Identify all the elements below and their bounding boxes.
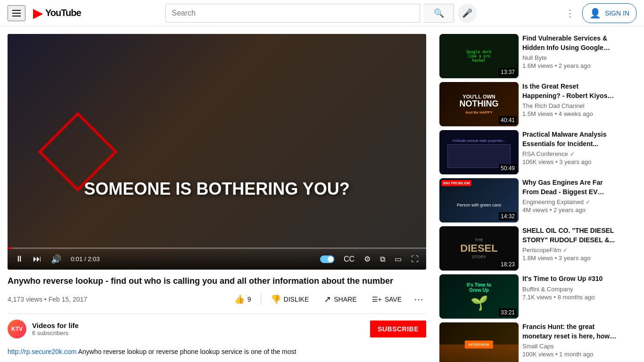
video-title: Anywho reverse lookup - find out who is … — [8, 275, 426, 287]
youtube-logo-text: YouTube — [45, 8, 81, 18]
like-button[interactable]: 👍 9 — [229, 291, 257, 307]
captions-button[interactable]: CC — [342, 253, 356, 265]
sidebar-channel: RSA Conference✓ — [522, 150, 617, 157]
channel-avatar[interactable]: KTV — [8, 320, 26, 338]
sidebar-meta: 7.1K views • 8 months ago — [522, 294, 617, 301]
settings-button[interactable]: ⚙ — [362, 253, 372, 265]
sidebar-item[interactable]: Google dorklike a prohacker 13:37 Find V… — [439, 34, 617, 78]
video-duration: 33:21 — [499, 308, 517, 317]
sidebar-item[interactable]: INTERVIEW Francis Hunt: the great moneta… — [439, 322, 617, 362]
video-controls: ⏸ ⏭ 🔊 0:01 / 2:03 CC ⚙ ⧉ ▭ ⛶ — [8, 249, 426, 270]
verified-icon: ✓ — [563, 247, 568, 254]
verified-icon: ✓ — [570, 151, 575, 157]
share-button[interactable]: ↗ SHARE — [318, 291, 362, 307]
sidebar-thumbnail: THE DIESEL STORY 18:23 — [439, 226, 519, 271]
autoplay-switch[interactable] — [320, 255, 334, 263]
person-icon: 👤 — [589, 8, 601, 19]
sidebar-title: Find Vulnerable Services & Hidden Info U… — [522, 34, 617, 52]
miniplayer-button[interactable]: ⧉ — [378, 253, 387, 265]
sidebar-info: Francis Hunt: the great monetary reset i… — [522, 322, 617, 362]
sign-in-button[interactable]: 👤 SIGN IN — [582, 3, 636, 23]
header: ▶ YouTube 🔍 🎤 ⋮ 👤 SIGN IN — [0, 0, 644, 26]
description-text: Anywho reverse lookup or reverse phone l… — [78, 348, 296, 355]
youtube-logo[interactable]: ▶ YouTube — [33, 5, 81, 21]
search-button[interactable]: 🔍 — [424, 4, 454, 23]
video-description: http://rp.secure20k.com Anywho reverse l… — [8, 344, 426, 359]
video-section: SOMEONE IS BOTHERING YOU? ⏸ ⏭ 🔊 0:01 / 2… — [0, 26, 434, 362]
sidebar-thumbnail: INTERVIEW — [439, 322, 519, 362]
channel-left: KTV Videos for life 6 subscribers — [8, 320, 79, 338]
sidebar-info: SHELL OIL CO. "THE DIESEL STORY" RUDOLF … — [522, 226, 617, 271]
dislike-button[interactable]: 👎 DISLIKE — [265, 291, 315, 307]
play-pause-button[interactable]: ⏸ — [13, 252, 25, 266]
save-icon: ☰+ — [372, 296, 382, 303]
sidebar-info: Is the Great Reset Happening? - Robert K… — [522, 82, 617, 126]
like-count: 9 — [248, 296, 251, 303]
video-player[interactable]: SOMEONE IS BOTHERING YOU? ⏸ ⏭ 🔊 0:01 / 2… — [8, 34, 426, 270]
theater-button[interactable]: ▭ — [393, 253, 404, 265]
sidebar-channel: The Rich Dad Channel — [522, 102, 617, 109]
sidebar-item[interactable]: BIG PROBLEM Person with green cans 14:32… — [439, 178, 617, 222]
sidebar-info: Find Vulnerable Services & Hidden Info U… — [522, 34, 617, 78]
sidebar-channel: Buffini & Company — [522, 286, 617, 293]
more-options-button[interactable]: ⋮ — [561, 4, 578, 23]
sidebar-item[interactable]: YOU'LL OWNNOTHINGAnd Be HAPPY 40:41 Is t… — [439, 82, 617, 126]
toggle-knob — [328, 256, 333, 262]
sidebar-thumbnail: PoStudio extracts static properties... 5… — [439, 130, 519, 174]
video-duration: 50:49 — [499, 164, 517, 173]
channel-name[interactable]: Videos for life — [32, 321, 79, 329]
sign-in-label: SIGN IN — [605, 9, 629, 17]
sidebar-item[interactable]: PoStudio extracts static properties... 5… — [439, 130, 617, 174]
sidebar-title: SHELL OIL CO. "THE DIESEL STORY" RUDOLF … — [522, 226, 617, 245]
description-link[interactable]: http://rp.secure20k.com — [8, 348, 76, 355]
video-meta: 4,173 views • Feb 15, 2017 👍 9 👎 DISLIKE — [8, 291, 426, 308]
like-dislike-divider — [261, 294, 261, 305]
channel-info: KTV Videos for life 6 subscribers SUBSCR… — [8, 313, 426, 344]
fullscreen-button[interactable]: ⛶ — [409, 253, 421, 265]
share-icon: ↗ — [324, 294, 331, 304]
mic-icon: 🎤 — [462, 8, 472, 18]
save-label: SAVE — [385, 296, 402, 303]
sidebar-title: Why Gas Engines Are Far From Dead - Bigg… — [522, 178, 617, 197]
search-bar — [165, 4, 420, 23]
video-duration: 18:23 — [499, 260, 517, 269]
sidebar-item[interactable]: THE DIESEL STORY 18:23 SHELL OIL CO. "TH… — [439, 226, 617, 271]
menu-button[interactable] — [8, 5, 25, 21]
sidebar-info: Why Gas Engines Are Far From Dead - Bigg… — [522, 178, 617, 222]
channel-details: Videos for life 6 subscribers — [32, 321, 79, 337]
channel-subscribers: 6 subscribers — [32, 329, 79, 337]
sidebar-title: Francis Hunt: the great monetary reset i… — [522, 322, 617, 341]
video-info: Anywho reverse lookup - find out who is … — [8, 270, 426, 313]
video-actions: 👍 9 👎 DISLIKE ↗ SHARE ☰+ SAVE — [229, 291, 426, 308]
sidebar-item[interactable]: It's Time toGrow Up 🌱 33:21 It's Time to… — [439, 274, 617, 319]
sidebar-channel: PeriscopeFilm✓ — [522, 247, 617, 254]
header-left: ▶ YouTube — [8, 5, 81, 21]
subscribe-button[interactable]: SUBSCRIBE — [370, 321, 426, 337]
sidebar-thumbnail: It's Time toGrow Up 🌱 33:21 — [439, 274, 519, 319]
voice-search-button[interactable]: 🎤 — [458, 4, 477, 23]
search-icon: 🔍 — [434, 8, 444, 18]
video-duration: 40:41 — [499, 116, 517, 124]
search-input[interactable] — [166, 9, 420, 17]
video-overlay-text: SOMEONE IS BOTHERING YOU? — [84, 179, 349, 199]
views-dot: • — [44, 296, 49, 303]
sidebar-meta: 1.5M views • 4 weeks ago — [522, 110, 617, 117]
sidebar-thumbnail: YOU'LL OWNNOTHINGAnd Be HAPPY 40:41 — [439, 82, 519, 126]
share-label: SHARE — [334, 296, 356, 303]
volume-button[interactable]: 🔊 — [49, 252, 63, 266]
youtube-logo-icon: ▶ — [33, 5, 43, 21]
header-center: 🔍 🎤 — [81, 4, 561, 23]
thumbs-down-icon: 👎 — [271, 294, 281, 304]
autoplay-toggle[interactable] — [318, 254, 336, 265]
sidebar-meta: 100K views • 1 month ago — [522, 351, 617, 358]
verified-icon: ✓ — [586, 199, 590, 206]
next-button[interactable]: ⏭ — [31, 252, 43, 266]
sidebar-meta: 1.8M views • 3 years ago — [522, 255, 617, 262]
more-video-actions-button[interactable]: ⋯ — [411, 291, 426, 308]
main-content: SOMEONE IS BOTHERING YOU? ⏸ ⏭ 🔊 0:01 / 2… — [0, 26, 644, 362]
sidebar-title: It's Time to Grow Up #310 — [522, 274, 617, 284]
save-button[interactable]: ☰+ SAVE — [366, 293, 408, 306]
sidebar-info: Practical Malware Analysis Essentials fo… — [522, 130, 617, 174]
sidebar-thumbnail: Google dorklike a prohacker 13:37 — [439, 34, 519, 78]
current-time: 0:01 — [71, 255, 83, 263]
